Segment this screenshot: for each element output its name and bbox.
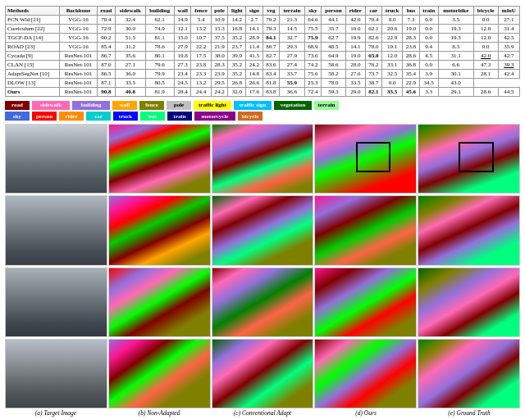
cell-value: 25.3 — [304, 79, 321, 88]
scene-image-r4-c3 — [212, 339, 314, 409]
image-content — [418, 196, 519, 264]
cell-value: 33.5 — [115, 79, 145, 88]
col-bus: bus — [403, 7, 419, 16]
cell-value: 35.5 — [382, 88, 403, 97]
cell-value: 28.3 — [403, 34, 419, 43]
cell-value: 14.8 — [246, 70, 262, 79]
image-content — [6, 268, 107, 336]
cell-value: 10.7 — [191, 34, 211, 43]
cell-method: Curriculum [22] — [6, 25, 60, 34]
cell-value: 0.0 — [419, 61, 438, 70]
caption-1: (a) Target Image — [5, 409, 107, 417]
cell-value: 5.4 — [191, 16, 211, 25]
cell-value: 86.5 — [97, 70, 115, 79]
cell-value: 19.3 — [438, 25, 473, 34]
cell-backbone: VGG-16 — [60, 43, 97, 52]
cell-value: 21.3 — [280, 16, 305, 25]
image-content — [212, 125, 313, 193]
cell-value: 78.0 — [365, 43, 381, 52]
cell-value: 15.0 — [174, 34, 191, 43]
cell-value: 38.7 — [365, 79, 381, 88]
cell-value: 11.4 — [246, 43, 262, 52]
cell-value: 29.0 — [345, 88, 365, 97]
cell-value: 17.6 — [246, 88, 262, 97]
cell-value: 21.9 — [211, 43, 228, 52]
cell-value: 24.2 — [246, 61, 262, 70]
cell-value: 14.5 — [280, 25, 305, 34]
cell-value: 27.1 — [498, 16, 519, 25]
cell-value: 0.0 — [473, 43, 498, 52]
cell-value: 29.5 — [211, 79, 228, 88]
col-fence: fence — [191, 7, 211, 16]
cell-value: 35.2 — [228, 61, 246, 70]
col-veg: veg — [262, 7, 279, 16]
table-header-row: Methods Backbone road sidewalk building … — [6, 7, 520, 16]
cell-value: 70.4 — [365, 16, 381, 25]
cell-method: DLOW [13] — [6, 79, 60, 88]
cell-value: 7.3 — [403, 16, 419, 25]
cell-value: 24.4 — [191, 88, 211, 97]
cell-value: 10.0 — [345, 25, 365, 34]
cell-value: 19.0 — [345, 52, 365, 61]
caption-3: (c) Conventional Adapt — [212, 409, 313, 417]
cell-value: 32.7 — [280, 34, 305, 43]
cell-value: 35.9 — [498, 43, 519, 52]
cell-value: 39.9 — [228, 52, 246, 61]
cell-value: 8.0 — [382, 16, 403, 25]
cell-value: 17.5 — [191, 52, 211, 61]
col-backbone: Backbone — [60, 7, 97, 16]
cell-value: 42.7 — [498, 52, 519, 61]
cell-value: 33.7 — [280, 70, 305, 79]
cell-value: 34.5 — [419, 79, 438, 88]
cell-value: 48.5 — [322, 43, 346, 52]
cell-value: 47.3 — [473, 61, 498, 70]
cell-value: 39.3 — [498, 61, 519, 70]
scene-image-r2-c2 — [108, 195, 211, 265]
caption-4: (d) Ours — [315, 409, 417, 417]
table-row: CLAN [15]ResNet-10187.027.179.627.323.82… — [6, 61, 520, 70]
cell-value: 35.2 — [228, 70, 246, 79]
legend-color-box: bicycle — [238, 112, 262, 121]
cell-value: 79.2 — [262, 16, 279, 25]
image-content — [212, 340, 313, 408]
cell-value: 23.7 — [228, 43, 246, 52]
legend-item: traffic light — [194, 100, 231, 110]
cell-value: 33.5 — [345, 79, 365, 88]
scene-image-r2-c3 — [212, 195, 314, 265]
legend-row-1: roadsidewalkbuildingwallfencepoletraffic… — [5, 100, 520, 110]
col-sign: sign — [246, 7, 262, 16]
col-light: light — [228, 7, 246, 16]
image-content — [315, 196, 416, 264]
image-content — [109, 268, 210, 336]
cell-value: 75.5 — [304, 25, 321, 34]
cell-value: 90.8 — [97, 88, 115, 97]
cell-value: 27.1 — [115, 61, 145, 70]
legend-item: car — [86, 112, 111, 121]
cell-value: 13.2 — [191, 79, 211, 88]
cell-backbone: VGG-16 — [60, 25, 97, 34]
cell-value: 72.9 — [97, 25, 115, 34]
cell-value: 6.6 — [438, 61, 473, 70]
cell-value: 70.4 — [97, 16, 115, 25]
cell-backbone: VGG-16 — [60, 34, 97, 43]
cell-value: 73.6 — [304, 52, 321, 61]
legend-color-box: rider — [59, 112, 84, 121]
cell-value: 62.7 — [322, 34, 346, 43]
cell-value: 80.7 — [262, 43, 279, 52]
table-row: FCN Wld [21]VGG-1670.432.462.114.95.410.… — [6, 16, 520, 25]
col-bicycle: bicycle — [473, 7, 498, 16]
legend-color-box: sky — [5, 112, 30, 121]
cell-value: 2.7 — [246, 16, 262, 25]
cell-value: 4.5 — [419, 52, 438, 61]
cell-value: 27.9 — [174, 43, 191, 52]
legend-color-box: vegetation — [274, 101, 312, 110]
legend-color-box: sidewalk — [32, 101, 70, 110]
legend-color-box: building — [72, 101, 110, 110]
legend-item: motorcycle — [194, 112, 235, 121]
legend-item: rider — [59, 112, 84, 121]
cell-value: 83.8 — [262, 88, 279, 97]
cell-value: 82.6 — [365, 34, 381, 43]
table-row: Cycada [9]ResNet-10186.735.680.119.817.5… — [6, 52, 520, 61]
cell-value: 3.5 — [438, 16, 473, 25]
legend-item: fence — [139, 100, 164, 110]
